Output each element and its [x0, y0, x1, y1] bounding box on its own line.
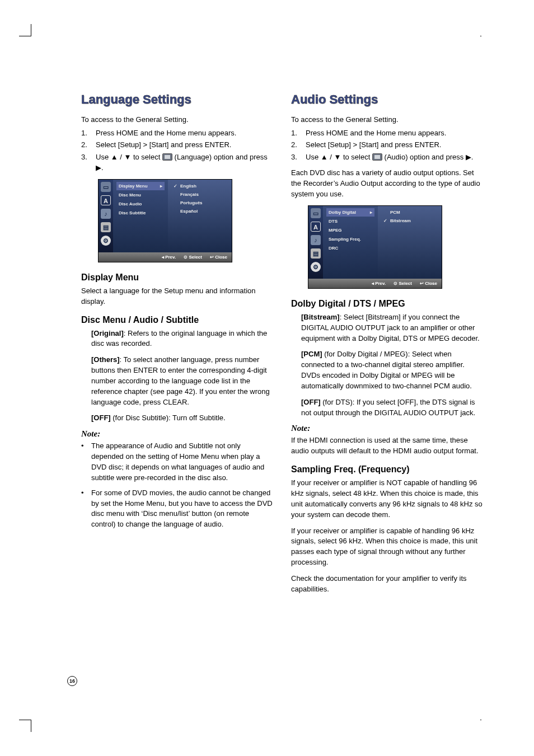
menu-item: Dolby Digital▸: [326, 208, 374, 217]
option-list: ✓English Français Português Español: [168, 180, 232, 252]
menu-item: Disc Audio: [116, 200, 165, 208]
crop-mark: [19, 36, 31, 36]
option-item: ✓English: [171, 182, 228, 190]
audio-intro: To access to the General Setting.: [291, 115, 484, 125]
language-icon: A: [101, 195, 111, 205]
sidebar-icons: ▭ A ♪ ▤ ⚙: [308, 206, 323, 279]
audio-settings-title: Audio Settings: [291, 92, 484, 107]
video-icon: ▤: [311, 248, 321, 259]
audio-steps: 1. Press HOME and the Home menu appears.…: [291, 128, 484, 163]
step-text: Select [Setup] > [Start] and press ENTER…: [306, 139, 484, 151]
video-icon: ▤: [101, 222, 111, 232]
step-3: 3. Use ▲ / ▼ to select (Language) option…: [81, 152, 274, 173]
footer-prev: ◂ Prev.: [372, 281, 386, 286]
bullet-text: For some of DVD movies, the audio cannot…: [91, 488, 274, 530]
tv-icon: ▭: [101, 182, 111, 192]
crop-mark: [31, 24, 31, 36]
step-2: 2. Select [Setup] > [Start] and press EN…: [81, 139, 274, 151]
step-text: Use ▲ / ▼ to select (Audio) option and p…: [306, 152, 484, 163]
audio-icon: [372, 153, 382, 161]
menu-item: Display Menu▸: [116, 182, 165, 190]
menu-list: Display Menu▸ Disc Menu Disc Audio Disc …: [113, 180, 168, 252]
menu-list: Dolby Digital▸ DTS MPEG Sampling Freq. D…: [323, 206, 378, 279]
crop-mark: [480, 720, 481, 720]
menu-item: MPEG: [326, 226, 374, 234]
original-para: [Original]: Refers to the original langu…: [91, 328, 274, 350]
step-number: 2.: [291, 139, 302, 151]
page-content: Language Settings To access to the Gener…: [81, 92, 484, 600]
sampling-p1: If your receiver or amplifier is NOT cap…: [291, 478, 484, 520]
step-number: 1.: [81, 128, 92, 139]
screenshot-footer: ◂ Prev. ⊙ Select ↩ Close: [308, 279, 442, 288]
step-text: Use ▲ / ▼ to select (Language) option an…: [96, 152, 274, 173]
menu-item: DTS: [326, 217, 374, 226]
note-heading: Note:: [291, 424, 484, 433]
footer-prev: ◂ Prev.: [162, 255, 176, 260]
step-1: 1. Press HOME and the Home menu appears.: [81, 128, 274, 139]
audio-desc: Each DVD disc has a variety of audio out…: [291, 168, 484, 200]
step-text: Select [Setup] > [Start] and press ENTER…: [96, 139, 274, 151]
display-menu-heading: Display Menu: [81, 273, 274, 283]
language-steps: 1. Press HOME and the Home menu appears.…: [81, 128, 274, 173]
gear-icon: ⚙: [101, 236, 111, 246]
language-menu-screenshot: ▭ A ♪ ▤ ⚙ Display Menu▸ Disc Menu Disc A…: [98, 179, 232, 262]
option-item: ✓Bitstream: [381, 217, 438, 225]
menu-item: Sampling Freq.: [326, 235, 374, 243]
note-bullets: •The appearance of Audio and Subtitle no…: [81, 441, 274, 530]
step-2: 2. Select [Setup] > [Start] and press EN…: [291, 139, 484, 151]
step-number: 3.: [291, 152, 302, 163]
bullet-item: •The appearance of Audio and Subtitle no…: [81, 441, 274, 483]
language-intro: To access to the General Setting.: [81, 115, 274, 125]
others-para: [Others]: To select another language, pr…: [91, 355, 274, 407]
step-1: 1. Press HOME and the Home menu appears.: [291, 128, 484, 139]
check-icon: ✓: [383, 218, 388, 223]
bullet-text: The appearance of Audio and Subtitle not…: [91, 441, 274, 483]
menu-item: Disc Subtitle: [116, 209, 165, 217]
option-item: Português: [171, 199, 228, 207]
dolby-block: [Bitstream]: Select [Bitstream] if you c…: [291, 312, 484, 419]
option-item: PCM: [381, 208, 438, 217]
crop-mark: [19, 720, 31, 720]
screenshot-footer: ◂ Prev. ⊙ Select ↩ Close: [99, 252, 232, 262]
chevron-right-icon: ▸: [160, 184, 162, 189]
step-number: 1.: [291, 128, 302, 139]
footer-select: ⊙ Select: [394, 281, 412, 286]
bullet-icon: •: [81, 488, 86, 530]
gear-icon: ⚙: [311, 262, 321, 272]
menu-item: Disc Menu: [116, 191, 165, 199]
display-menu-text: Select a language for the Setup menu and…: [81, 286, 274, 307]
language-icon: A: [311, 222, 321, 232]
dolby-heading: Dolby Digital / DTS / MPEG: [291, 299, 484, 309]
step-3: 3. Use ▲ / ▼ to select (Audio) option an…: [291, 152, 484, 163]
step-text: Press HOME and the Home menu appears.: [96, 128, 274, 139]
sampling-p2: If your receiver or amplifier is capable…: [291, 526, 484, 568]
crop-mark: [31, 720, 31, 732]
left-column: Language Settings To access to the Gener…: [81, 92, 274, 600]
audio-icon: ♪: [101, 209, 111, 219]
sampling-heading: Sampling Freq. (Frequency): [291, 464, 484, 475]
pcm-para: [PCM] (for Dolby Digital / MPEG): Select…: [301, 349, 484, 391]
audio-menu-screenshot: ▭ A ♪ ▤ ⚙ Dolby Digital▸ DTS MPEG Sampli…: [308, 205, 442, 289]
step3-post: (Audio) option and press ▶.: [385, 153, 474, 161]
check-icon: ✓: [174, 184, 178, 189]
bullet-item: •For some of DVD movies, the audio canno…: [81, 488, 274, 530]
off-para: [OFF] (for Disc Subtitle): Turn off Subt…: [91, 413, 274, 424]
page-number: 16: [67, 676, 77, 686]
disc-menu-block: [Original]: Refers to the original langu…: [81, 328, 274, 424]
tv-icon: ▭: [311, 208, 321, 218]
crop-mark: [480, 36, 481, 36]
step3-pre: Use ▲ / ▼ to select: [96, 153, 162, 161]
note-heading: Note:: [81, 429, 274, 439]
chevron-right-icon: ▸: [370, 210, 372, 215]
option-item: Español: [171, 207, 228, 215]
language-settings-title: Language Settings: [81, 92, 274, 107]
sidebar-icons: ▭ A ♪ ▤ ⚙: [99, 180, 113, 252]
right-column: Audio Settings To access to the General …: [291, 92, 484, 600]
footer-select: ⊙ Select: [184, 255, 202, 260]
step3-pre: Use ▲ / ▼ to select: [306, 153, 372, 161]
note-text: If the HDMI connection is used at the sa…: [291, 435, 484, 457]
bullet-icon: •: [81, 441, 86, 483]
footer-close: ↩ Close: [210, 255, 227, 260]
sampling-p3: Check the documentation for your amplifi…: [291, 574, 484, 595]
option-list: PCM ✓Bitstream: [378, 206, 442, 279]
